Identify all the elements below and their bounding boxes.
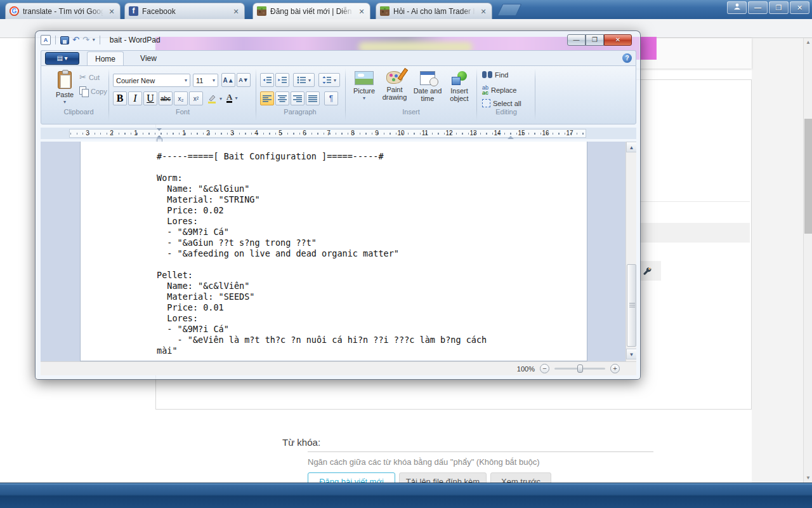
scroll-down-icon[interactable]: ▼	[804, 474, 812, 483]
page-margin	[752, 38, 803, 483]
italic-button[interactable]: I	[128, 91, 142, 105]
align-right-button[interactable]	[291, 91, 304, 105]
justify-button[interactable]	[306, 91, 320, 105]
document-page[interactable]: #-----=====[ Bait Configuration ]=====--…	[80, 142, 587, 361]
increase-indent-icon	[278, 76, 287, 84]
indent-marker[interactable]	[157, 128, 162, 138]
copy-button[interactable]: Copy	[79, 86, 107, 97]
window-title: bait - WordPad	[110, 36, 160, 44]
wordpad-app-icon: A	[41, 35, 51, 45]
editing-group-label: Editing	[480, 108, 532, 116]
font-size-select[interactable]: 11▾	[193, 74, 218, 87]
wordpad-titlebar[interactable]: A ↶ ↷ ▾ bait - WordPad	[36, 31, 640, 49]
tab-view[interactable]: View	[130, 51, 167, 66]
tab-home[interactable]: Home	[87, 51, 124, 66]
tab-close-icon[interactable]: ✕	[479, 7, 488, 16]
scroll-thumb[interactable]	[627, 264, 636, 347]
clipboard-group-label: Clipboard	[48, 108, 109, 116]
bullets-button[interactable]: ▾	[293, 73, 315, 87]
keyword-hint: Ngăn cách giữa các từ khóa bằng dấu "phẩ…	[308, 457, 540, 467]
strikethrough-button[interactable]: abc	[159, 91, 173, 105]
tab-facebook[interactable]: f Facebook ✕	[124, 3, 245, 19]
insert-picture-button[interactable]: Picture▾	[350, 70, 379, 110]
paragraph-dialog-button[interactable]: ¶	[324, 91, 338, 105]
font-family-select[interactable]: Courier New▾	[113, 74, 190, 87]
find-button[interactable]: Find	[482, 71, 508, 79]
editor-toolbar	[639, 223, 750, 243]
calendar-clock-icon	[420, 71, 435, 85]
zoom-slider-thumb[interactable]	[577, 364, 583, 373]
zoom-in-button[interactable]: +	[610, 364, 620, 373]
browser-tabstrip: G translate - Tìm với Googl ✕ f Facebook…	[0, 0, 812, 19]
font-group-label: Font	[111, 108, 254, 116]
wordpad-menu-button[interactable]: ▤ ▾	[45, 52, 79, 65]
minecraft-favicon	[257, 6, 266, 16]
editor-tools-button[interactable]	[639, 261, 661, 281]
cut-button[interactable]: ✂ Cut	[79, 72, 100, 82]
replace-button[interactable]: abac Replace	[482, 85, 516, 95]
align-left-button[interactable]	[260, 91, 274, 105]
insert-object-button[interactable]: Insert object	[445, 70, 474, 110]
grow-font-button[interactable]: A▲	[221, 73, 235, 87]
minecraft-favicon	[380, 6, 390, 16]
maximize-button[interactable]: ❐	[769, 1, 789, 14]
increase-indent-button[interactable]	[275, 73, 289, 87]
wordpad-window-controls: — ❐ ✕	[567, 34, 632, 46]
select-all-button[interactable]: Select all	[482, 99, 521, 107]
wrench-icon	[642, 266, 652, 276]
decrease-indent-button[interactable]	[260, 73, 274, 87]
close-button[interactable]: ✕	[604, 34, 632, 46]
date-and-time-button[interactable]: Date and time	[412, 70, 443, 110]
underline-button[interactable]: U	[143, 91, 157, 105]
zoom-out-button[interactable]: −	[540, 364, 549, 373]
save-icon[interactable]	[60, 36, 69, 44]
status-bar: 100% − +	[41, 361, 636, 375]
superscript-button[interactable]: x²	[189, 91, 203, 105]
bold-button[interactable]: B	[113, 91, 127, 105]
tab-translate[interactable]: G translate - Tìm với Googl ✕	[5, 3, 121, 19]
document-scrollbar[interactable]: ▲ ▼	[625, 142, 636, 361]
ruler: 321 1234567891011121314151617	[41, 128, 636, 139]
highlight-color-button[interactable]: ▾	[207, 94, 222, 104]
tab-close-icon[interactable]: ✕	[357, 7, 366, 16]
scroll-down-icon[interactable]: ▼	[626, 349, 636, 359]
shrink-font-button[interactable]: A▼	[237, 73, 251, 87]
paragraph-group-label: Paragraph	[258, 108, 342, 116]
page-scroll-thumb[interactable]	[804, 119, 812, 234]
paste-button[interactable]: Paste ▾	[50, 70, 79, 110]
ruler-numbers-right: 1234567891011121314151617	[172, 130, 582, 137]
tab-title: translate - Tìm với Googl	[23, 7, 103, 16]
right-indent-marker[interactable]	[508, 133, 514, 139]
document-text[interactable]: #-----=====[ Bait Configuration ]=====--…	[157, 151, 487, 356]
redo-icon[interactable]: ↷	[82, 35, 89, 45]
maximize-button[interactable]: ❐	[586, 34, 604, 46]
document-area: #-----=====[ Bait Configuration ]=====--…	[41, 142, 636, 361]
highlighter-icon	[207, 94, 217, 104]
line-spacing-button[interactable]: ▾	[318, 73, 340, 87]
tab-close-icon[interactable]: ✕	[232, 7, 240, 16]
close-button[interactable]: ✕	[790, 1, 809, 14]
page-scrollbar[interactable]: ▲ ▼	[803, 38, 812, 483]
qat-dropdown-icon[interactable]: ▾	[93, 35, 95, 45]
paint-drawing-button[interactable]: Paint drawing	[380, 70, 409, 110]
tab-close-icon[interactable]: ✕	[107, 7, 116, 16]
align-center-button[interactable]	[275, 91, 289, 105]
browser-window-controls: — ❐ ✕	[727, 1, 809, 14]
scroll-up-icon[interactable]: ▲	[626, 142, 636, 152]
scroll-up-icon[interactable]: ▲	[804, 38, 812, 47]
help-icon[interactable]: ?	[622, 53, 632, 63]
zoom-slider[interactable]	[554, 368, 605, 370]
minimize-button[interactable]: —	[567, 34, 586, 46]
subscript-button[interactable]: x₂	[174, 91, 188, 105]
picture-icon	[355, 71, 374, 85]
font-color-button[interactable]: A ▾	[226, 93, 237, 103]
profile-icon[interactable]	[727, 1, 747, 14]
undo-icon[interactable]: ↶	[72, 35, 79, 45]
tab-hoi-trader[interactable]: Hỏi - Ai cho làm Trader h ✕	[376, 3, 492, 19]
paste-dropdown-icon: ▾	[63, 98, 66, 106]
keyword-input[interactable]	[308, 451, 653, 452]
new-tab-button[interactable]	[497, 4, 522, 16]
minimize-button[interactable]: —	[748, 1, 768, 14]
object-icon	[452, 71, 467, 85]
tab-create-thread[interactable]: Đăng bài viết mới | Diễn ✕	[252, 3, 370, 19]
